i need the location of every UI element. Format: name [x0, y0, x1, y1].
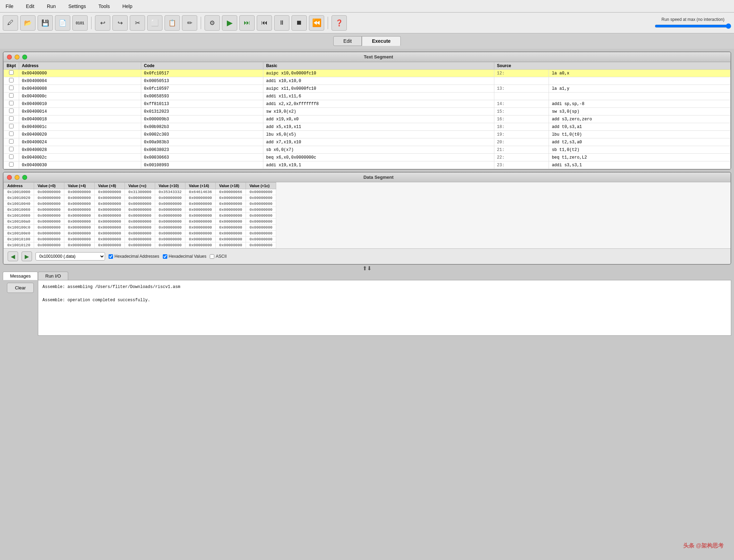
text-table-wrapper[interactable]: Bkpt Address Code Basic Source 0x0040000… [3, 62, 731, 169]
data-th-7: Value (+18) [216, 183, 246, 189]
speed-slider[interactable] [655, 23, 731, 29]
bkpt-cell[interactable] [4, 85, 19, 93]
bkpt-cell[interactable] [4, 131, 19, 138]
code-cell: 0x00658593 [141, 93, 263, 100]
data-cell-8: 0x00000000 [246, 213, 276, 219]
pause-btn[interactable]: ⏸ [274, 15, 289, 31]
data-cell-4: 0x00000000 [125, 225, 155, 231]
bkpt-cell[interactable] [4, 108, 19, 115]
win-close-btn[interactable] [7, 55, 12, 59]
step-btn[interactable]: ⏭ [239, 15, 255, 31]
data-cell-2: 0x00000000 [64, 213, 95, 219]
hex-val-checkbox[interactable] [163, 254, 167, 259]
hex-val-label[interactable]: Hexadecimal Values [163, 254, 207, 259]
data-cell-1: 0x00000000 [34, 207, 64, 213]
data-table-wrapper[interactable]: AddressValue (+0)Value (+4)Value (+8)Val… [3, 182, 731, 248]
bkpt-cell[interactable] [4, 161, 19, 169]
data-cell-2: 0x00000000 [64, 207, 95, 213]
tab-messages[interactable]: Messages [3, 272, 38, 280]
menu-help[interactable]: Help [120, 2, 135, 10]
watermark: 头条 @架构思考 [683, 542, 724, 550]
data-segment-title: Data Segment [30, 175, 727, 180]
binary-btn[interactable]: 0101 [72, 15, 88, 31]
win-max-btn[interactable] [22, 55, 27, 59]
ascii-label[interactable]: ASCII [210, 254, 226, 259]
data-cell-0: 0x10010000 [4, 189, 34, 195]
data-cell-1: 0x00000000 [34, 213, 64, 219]
basic-cell: addi x2,x2,0xfffffff8 [263, 100, 494, 108]
menu-run[interactable]: Run [44, 2, 59, 10]
redo-btn[interactable]: ↪ [112, 15, 128, 31]
cut-btn[interactable]: ✂ [130, 15, 145, 31]
stop-btn[interactable]: ⏹ [292, 15, 307, 31]
bkpt-cell[interactable] [4, 123, 19, 131]
menu-settings[interactable]: Settings [65, 2, 89, 10]
menu-edit[interactable]: Edit [23, 2, 37, 10]
hex-val-text: Hexadecimal Values [169, 254, 207, 259]
table-row: 0x00400028 0x00638023 sb x6,0(x7) 21: sb… [4, 146, 731, 154]
hex-addr-checkbox[interactable] [109, 254, 113, 259]
bottom-area: Messages Run I/O Clear Assemble: assembl… [3, 272, 731, 336]
data-cell-4: 0x00000000 [125, 213, 155, 219]
data-cell-7: 0x00000000 [216, 207, 246, 213]
line-cell: 18: [494, 123, 549, 131]
copy-btn[interactable]: ⬜ [147, 15, 162, 31]
backstep-btn[interactable]: ⏮ [257, 15, 272, 31]
reset-btn[interactable]: ⏪ [309, 15, 324, 31]
data-segment-panel: Data Segment AddressValue (+0)Value (+4)… [3, 172, 731, 265]
address-cell: 0x0040001c [19, 123, 141, 131]
bkpt-cell[interactable] [4, 93, 19, 100]
bkpt-cell[interactable] [4, 138, 19, 146]
data-table-row: 0x100101200x000000000x000000000x00000000… [4, 242, 276, 248]
edit-btn[interactable]: ✏ [182, 15, 197, 31]
data-cell-4: 0x00000000 [125, 195, 155, 201]
line-cell: 23: [494, 161, 549, 169]
data-cell-0: 0x10010040 [4, 201, 34, 207]
address-cell: 0x00400010 [19, 100, 141, 108]
data-cell-6: 0x00000000 [185, 231, 216, 237]
data-cell-2: 0x00000000 [64, 219, 95, 225]
menu-tools[interactable]: Tools [96, 2, 113, 10]
open-btn[interactable]: 📂 [20, 15, 35, 31]
hex-addr-label[interactable]: Hexadecimal Addresses [109, 254, 159, 259]
basic-cell: sb x6,0(x7) [263, 146, 494, 154]
saveas-btn[interactable]: 📄 [55, 15, 70, 31]
data-win-close-btn[interactable] [7, 175, 12, 180]
assemble-btn[interactable]: ⚙ [205, 15, 220, 31]
bkpt-cell[interactable] [4, 146, 19, 154]
bkpt-cell[interactable] [4, 70, 19, 77]
data-win-max-btn[interactable] [22, 175, 27, 180]
data-cell-4: 0x00000000 [125, 237, 155, 242]
data-win-min-btn[interactable] [15, 175, 19, 180]
bkpt-cell[interactable] [4, 115, 19, 123]
next-page-btn[interactable]: ▶ [22, 251, 32, 261]
bkpt-cell[interactable] [4, 100, 19, 108]
new-btn[interactable]: 🖊 [3, 15, 18, 31]
prev-page-btn[interactable]: ◀ [8, 251, 18, 261]
bkpt-cell[interactable] [4, 154, 19, 161]
undo-btn[interactable]: ↩ [95, 15, 110, 31]
data-cell-6: 0x00000000 [185, 201, 216, 207]
ascii-checkbox[interactable] [210, 254, 214, 259]
tab-execute[interactable]: Execute [362, 36, 401, 46]
addr-select[interactable]: 0x10010000 (.data) [35, 252, 105, 261]
run-btn[interactable]: ▶ [222, 15, 237, 31]
tab-run-io[interactable]: Run I/O [38, 272, 68, 280]
paste-btn[interactable]: 📋 [165, 15, 180, 31]
resizer-horizontal[interactable]: ⬆⬇ [0, 265, 734, 272]
line-cell: 19: [494, 131, 549, 138]
code-cell: 0x000009b3 [141, 115, 263, 123]
clear-button[interactable]: Clear [7, 283, 34, 293]
help-btn[interactable]: ❓ [332, 15, 347, 31]
data-cell-8: 0x00000000 [246, 242, 276, 248]
win-min-btn[interactable] [15, 55, 19, 59]
address-cell: 0x0040002c [19, 154, 141, 161]
data-cell-5: 0x00000000 [155, 213, 185, 219]
tab-edit[interactable]: Edit [333, 36, 362, 46]
data-table-row: 0x100100e00x000000000x000000000x00000000… [4, 231, 276, 237]
menu-file[interactable]: File [3, 2, 16, 10]
code-cell: 0x00a983b3 [141, 138, 263, 146]
data-cell-2: 0x00000000 [64, 189, 95, 195]
save-btn[interactable]: 💾 [38, 15, 53, 31]
bkpt-cell[interactable] [4, 77, 19, 85]
